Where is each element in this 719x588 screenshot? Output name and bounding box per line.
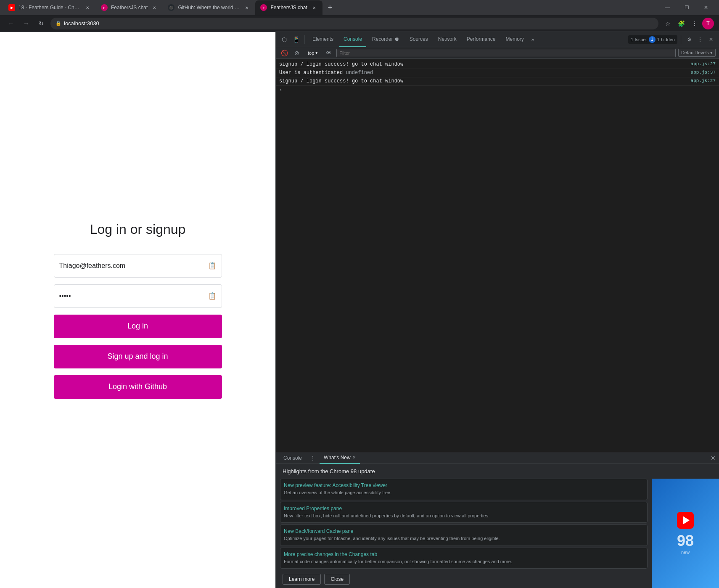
prompt-arrow: › <box>279 87 282 93</box>
feature-title-4[interactable]: More precise changes in the Changes tab <box>284 551 644 557</box>
tab-github-close[interactable]: ✕ <box>243 4 250 11</box>
feature-title-3[interactable]: New Back/forward Cache pane <box>284 528 644 534</box>
console-link-3[interactable]: app.js:27 <box>691 78 716 83</box>
password-input[interactable] <box>59 292 208 300</box>
top-level-selector[interactable]: top ▾ <box>304 49 321 56</box>
console-prompt[interactable]: › <box>276 86 719 95</box>
github-login-button[interactable]: Login with Github <box>54 375 222 399</box>
whats-new-header: Highlights from the Chrome 98 update <box>276 464 719 479</box>
close-whats-new-button[interactable]: Close <box>324 574 350 585</box>
tab-memory[interactable]: Memory <box>502 32 528 47</box>
more-button[interactable]: ⋮ <box>689 18 700 29</box>
console-filter-icon[interactable]: ⊘ <box>292 48 302 58</box>
console-output: signup / login success! go to chat windo… <box>276 59 719 452</box>
issue-count: 1 <box>649 36 656 43</box>
console-sub-toolbar: 🚫 ⊘ top ▾ 👁 Default levels ▾ <box>276 47 719 59</box>
signup-button[interactable]: Sign up and log in <box>54 345 222 368</box>
login-button[interactable]: Log in <box>54 315 222 338</box>
console-link-1[interactable]: app.js:27 <box>691 61 716 66</box>
tab-feathers-active-label: FeathersJS chat <box>270 5 307 11</box>
bottom-panel-close[interactable]: ✕ <box>711 455 716 461</box>
close-button[interactable]: ✕ <box>696 0 716 15</box>
tab-feathers-active-close[interactable]: ✕ <box>311 4 317 11</box>
bottom-panel-options[interactable]: ⋮ <box>308 453 318 463</box>
youtube-favicon: ▶ <box>8 4 15 11</box>
video-thumbnail[interactable]: 98 new <box>652 479 719 588</box>
feature-items: New preview feature: Accessibility Tree … <box>276 479 652 570</box>
bookmark-button[interactable]: ☆ <box>662 18 674 29</box>
extensions-button[interactable]: 🧩 <box>675 18 687 29</box>
password-icon: 📋 <box>208 292 217 300</box>
tab-feathers2[interactable]: F FeathersJS chat ✕ <box>96 0 163 15</box>
minimize-button[interactable]: — <box>658 0 677 15</box>
tab-youtube-close[interactable]: ✕ <box>84 4 91 11</box>
lock-icon: 🔒 <box>56 21 61 26</box>
bottom-tab-console[interactable]: Console <box>279 452 306 464</box>
tab-feathers2-close[interactable]: ✕ <box>151 4 158 11</box>
window-controls: — ☐ ✕ <box>658 0 716 15</box>
devtools-device-icon[interactable]: 📱 <box>291 34 301 45</box>
github-favicon: ⚫ <box>168 4 174 11</box>
whats-new-footer: Learn more Close <box>276 570 652 588</box>
maximize-button[interactable]: ☐ <box>677 0 696 15</box>
whats-new-label: What's New <box>324 455 351 461</box>
tab-recorder[interactable]: Recorder ⏺ <box>368 32 404 47</box>
feature-item-1[interactable]: New preview feature: Accessibility Tree … <box>280 479 648 500</box>
email-icon: 📋 <box>208 262 217 270</box>
page-area: Log in or signup 📋 📋 Log in Sign up and … <box>0 32 275 588</box>
email-input[interactable] <box>59 262 208 270</box>
console-filter-input[interactable] <box>336 49 676 57</box>
play-icon <box>683 516 690 524</box>
profile-button[interactable]: T <box>702 18 714 29</box>
devtools-panel: ⬡ 📱 Elements Console Recorder ⏺ Sources … <box>275 32 719 588</box>
tab-console[interactable]: Console <box>339 32 366 47</box>
tab-feathers-active[interactable]: F FeathersJS chat ✕ <box>255 0 322 15</box>
console-eye-icon[interactable]: 👁 <box>324 48 334 58</box>
video-label: new <box>681 550 690 555</box>
issues-badge[interactable]: 1 Issue: 1 1 hidden <box>628 35 677 44</box>
feature-desc-3: Optimize your pages for bfcache, and ide… <box>284 535 644 542</box>
default-levels-selector[interactable]: Default levels ▾ <box>678 49 716 57</box>
feature-item-3[interactable]: New Back/forward Cache pane Optimize you… <box>280 524 648 546</box>
reload-button[interactable]: ↻ <box>35 18 47 29</box>
bottom-panel: Console ⋮ What's New ✕ ✕ Highlights from… <box>276 452 719 588</box>
tab-network[interactable]: Network <box>434 32 461 47</box>
forward-button[interactable]: → <box>20 18 32 29</box>
feature-item-4[interactable]: More precise changes in the Changes tab … <box>280 548 648 569</box>
feature-item-2[interactable]: Improved Properties pane New filter text… <box>280 502 648 523</box>
separator1 <box>304 35 305 44</box>
devtools-settings-icon[interactable]: ⚙ <box>685 35 694 44</box>
feature-title-2[interactable]: Improved Properties pane <box>284 506 644 511</box>
bottom-tab-whats-new[interactable]: What's New ✕ <box>320 452 360 464</box>
console-line-3: signup / login success! go to chat windo… <box>276 77 719 86</box>
whats-new-tab-close[interactable]: ✕ <box>352 455 356 460</box>
console-line-2: User is authenticated undefined app.js:3… <box>276 69 719 77</box>
console-line-1: signup / login success! go to chat windo… <box>276 61 719 69</box>
feature-desc-1: Get an overview of the whole page access… <box>284 490 644 496</box>
new-tab-button[interactable]: + <box>324 2 336 13</box>
tab-sources[interactable]: Sources <box>405 32 432 47</box>
back-button[interactable]: ← <box>5 18 17 29</box>
tab-performance[interactable]: Performance <box>463 32 500 47</box>
console-clear-icon[interactable]: 🚫 <box>279 48 289 58</box>
tab-youtube[interactable]: ▶ 18 - Feathers Guide - Chat Fron... ✕ <box>3 0 96 15</box>
tab-elements[interactable]: Elements <box>308 32 338 47</box>
tab-feathers2-label: FeathersJS chat <box>111 5 148 11</box>
learn-more-button[interactable]: Learn more <box>283 574 321 585</box>
url-text: localhost:3030 <box>64 20 653 26</box>
url-bar[interactable]: 🔒 localhost:3030 <box>50 18 658 29</box>
page-title: Log in or signup <box>90 222 186 237</box>
video-thumb-inner: 98 new <box>652 479 719 588</box>
more-tools-button[interactable]: » <box>530 36 536 43</box>
browser-window: ▶ 18 - Feathers Guide - Chat Fron... ✕ F… <box>0 0 719 588</box>
console-text-1: signup / login success! go to chat windo… <box>279 61 691 67</box>
tab-github[interactable]: ⚫ GitHub: Where the world builds... ✕ <box>163 0 255 15</box>
devtools-more-icon[interactable]: ⋮ <box>695 35 705 44</box>
devtools-inspect-icon[interactable]: ⬡ <box>279 34 289 45</box>
devtools-close-icon[interactable]: ✕ <box>706 35 716 44</box>
login-form: 📋 📋 Log in Sign up and log in Login with… <box>54 254 222 399</box>
console-link-2[interactable]: app.js:37 <box>691 70 716 75</box>
browser-content: Log in or signup 📋 📋 Log in Sign up and … <box>0 32 719 588</box>
play-button[interactable] <box>677 512 694 529</box>
feature-title-1[interactable]: New preview feature: Accessibility Tree … <box>284 482 644 488</box>
